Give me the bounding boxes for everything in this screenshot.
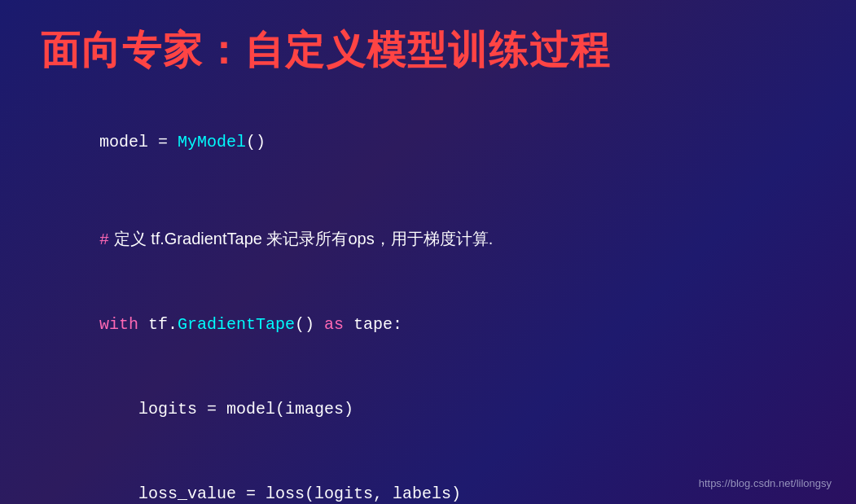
code-model-var: model [99, 133, 158, 151]
slide-title: 面向专家：自定义模型训练过程 [41, 24, 815, 77]
code-line-logits: logits = model(images) [41, 368, 815, 451]
code-line-1: model = MyModel() [41, 101, 815, 184]
watermark-url: https://blog.csdn.net/lilongsy [699, 477, 832, 489]
code-line-with: with tf.GradientTape() as tape: [41, 283, 815, 366]
kw-with: with [99, 315, 138, 334]
code-mymodel: MyModel [178, 133, 246, 151]
code-block: model = MyModel() # 定义 tf.GradientTape 来… [41, 101, 815, 504]
comment-line-1: # 定义 tf.GradientTape 来记录所有ops，用于梯度计算. [41, 197, 815, 282]
comment-text-1: 定义 tf.GradientTape 来记录所有ops，用于梯度计算. [109, 230, 493, 248]
blank-1 [41, 186, 815, 197]
comment-hash-1: # [99, 230, 109, 249]
kw-gradienttape: GradientTape [178, 315, 295, 334]
kw-as: as [324, 315, 344, 334]
slide-container: 面向专家：自定义模型训练过程 model = MyModel() # 定义 tf… [0, 0, 856, 504]
